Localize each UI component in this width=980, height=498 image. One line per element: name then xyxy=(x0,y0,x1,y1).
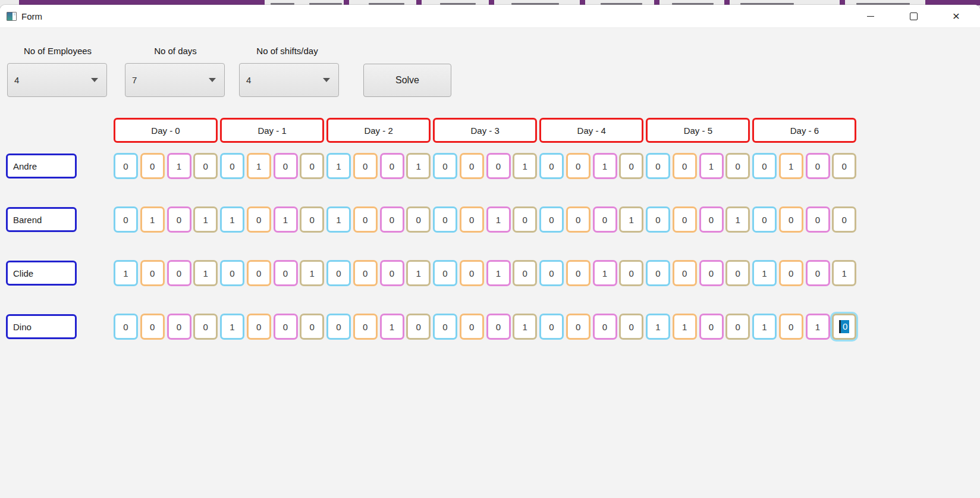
shift-cell[interactable]: 0 xyxy=(274,260,298,286)
shift-cell[interactable]: 1 xyxy=(832,260,856,286)
shift-cell[interactable]: 0 xyxy=(353,314,378,340)
shift-cell[interactable]: 1 xyxy=(220,206,244,233)
shift-cell[interactable]: 0 xyxy=(460,314,484,340)
shift-cell[interactable]: 0 xyxy=(114,206,138,233)
shift-cell[interactable]: 0 xyxy=(646,260,670,286)
shift-cell[interactable]: 1 xyxy=(247,153,271,179)
shift-cell[interactable]: 1 xyxy=(779,153,803,179)
shift-cell[interactable]: 0 xyxy=(220,260,244,286)
shift-cell[interactable]: 0 xyxy=(699,206,724,233)
shift-cell[interactable]: 0 xyxy=(619,260,643,286)
shift-cell[interactable]: 0 xyxy=(380,153,404,179)
shift-cell[interactable]: 0 xyxy=(513,206,537,233)
shift-cell[interactable]: 0 xyxy=(247,206,271,233)
shift-cell[interactable]: 0 xyxy=(406,314,431,340)
shift-cell[interactable]: 1 xyxy=(326,153,351,179)
shift-cell[interactable]: 0 xyxy=(593,206,617,233)
shift-cell[interactable]: 1 xyxy=(513,153,537,179)
shift-cell[interactable]: 0 xyxy=(460,153,484,179)
shift-cell[interactable]: 0 xyxy=(699,260,724,286)
shift-cell[interactable]: 0 xyxy=(380,260,404,286)
employee-name-input[interactable]: Barend xyxy=(6,207,77,232)
shift-cell[interactable]: 0 xyxy=(619,153,643,179)
shift-cell[interactable]: 0 xyxy=(619,314,643,340)
shift-cell[interactable]: 0 xyxy=(140,260,165,286)
shift-cell[interactable]: 0 xyxy=(353,206,378,233)
shift-cell[interactable]: 1 xyxy=(274,206,298,233)
shift-cell[interactable]: 0 xyxy=(673,206,697,233)
shift-cell[interactable]: 1 xyxy=(406,260,431,286)
shift-cell[interactable]: 1 xyxy=(752,260,777,286)
shift-cell[interactable]: 0 xyxy=(779,206,803,233)
shift-cell[interactable]: 0 xyxy=(566,206,590,233)
shift-cell[interactable]: 0 xyxy=(460,206,484,233)
shift-cell[interactable]: 1 xyxy=(752,314,777,340)
shift-cell[interactable]: 0 xyxy=(433,206,457,233)
shift-cell[interactable]: 0 xyxy=(247,260,271,286)
shift-cell[interactable]: 0 xyxy=(513,260,537,286)
shift-cell[interactable]: 1 xyxy=(486,206,511,233)
shift-cell[interactable]: 1 xyxy=(300,260,324,286)
shift-cell[interactable]: 0 xyxy=(193,153,218,179)
shift-cell[interactable]: 1 xyxy=(193,206,218,233)
shift-cell[interactable]: 0 xyxy=(832,314,856,340)
shift-cell[interactable]: 0 xyxy=(433,314,457,340)
shift-cell[interactable]: 0 xyxy=(460,260,484,286)
shift-cell[interactable]: 0 xyxy=(300,153,324,179)
shift-cell[interactable]: 0 xyxy=(114,314,138,340)
shift-cell[interactable]: 0 xyxy=(779,314,803,340)
shift-cell[interactable]: 0 xyxy=(646,206,670,233)
shift-cell[interactable]: 0 xyxy=(725,260,750,286)
shift-cell[interactable]: 0 xyxy=(140,153,165,179)
shift-cell[interactable]: 1 xyxy=(486,260,511,286)
shift-cell[interactable]: 1 xyxy=(699,153,724,179)
shift-cell[interactable]: 0 xyxy=(646,153,670,179)
shift-cell[interactable]: 0 xyxy=(274,314,298,340)
shift-cell[interactable]: 0 xyxy=(806,206,830,233)
shift-cell[interactable]: 1 xyxy=(673,314,697,340)
shift-cell[interactable]: 0 xyxy=(167,260,191,286)
employee-name-input[interactable]: Clide xyxy=(6,261,77,286)
shift-cell[interactable]: 0 xyxy=(140,314,165,340)
shift-cell[interactable]: 0 xyxy=(433,153,457,179)
shift-cell[interactable]: 0 xyxy=(486,314,511,340)
shift-cell[interactable]: 1 xyxy=(326,206,351,233)
shift-cell[interactable]: 0 xyxy=(539,153,564,179)
shift-cell[interactable]: 0 xyxy=(832,153,856,179)
shift-cell[interactable]: 0 xyxy=(566,260,590,286)
shift-cell[interactable]: 0 xyxy=(539,260,564,286)
shift-cell[interactable]: 0 xyxy=(326,314,351,340)
employee-name-input[interactable]: Dino xyxy=(6,314,77,339)
shift-cell[interactable]: 0 xyxy=(326,260,351,286)
shift-cell[interactable]: 0 xyxy=(433,260,457,286)
shift-cell[interactable]: 0 xyxy=(673,153,697,179)
shift-cell[interactable]: 0 xyxy=(699,314,724,340)
shift-cell[interactable]: 0 xyxy=(806,260,830,286)
shift-cell[interactable]: 0 xyxy=(353,260,378,286)
shift-cell[interactable]: 0 xyxy=(725,153,750,179)
shift-cell[interactable]: 0 xyxy=(114,153,138,179)
shift-cell[interactable]: 1 xyxy=(193,260,218,286)
shift-cell[interactable]: 0 xyxy=(486,153,511,179)
shift-cell[interactable]: 1 xyxy=(593,260,617,286)
shift-cell[interactable]: 0 xyxy=(220,153,244,179)
shift-cell[interactable]: 0 xyxy=(752,153,777,179)
shift-cell[interactable]: 0 xyxy=(406,206,431,233)
employee-name-input[interactable]: Andre xyxy=(6,154,77,178)
shift-cell[interactable]: 1 xyxy=(513,314,537,340)
shift-cell[interactable]: 1 xyxy=(167,153,191,179)
shift-cell[interactable]: 0 xyxy=(167,314,191,340)
shift-cell[interactable]: 1 xyxy=(646,314,670,340)
shift-cell[interactable]: 1 xyxy=(725,206,750,233)
shift-cell[interactable]: 1 xyxy=(593,153,617,179)
shift-cell[interactable]: 0 xyxy=(673,260,697,286)
shift-cell[interactable]: 0 xyxy=(167,206,191,233)
shift-cell[interactable]: 1 xyxy=(406,153,431,179)
shift-cell[interactable]: 0 xyxy=(806,153,830,179)
shift-cell[interactable]: 1 xyxy=(380,314,404,340)
shift-cell[interactable]: 0 xyxy=(300,206,324,233)
shift-cell[interactable]: 0 xyxy=(832,206,856,233)
shift-cell[interactable]: 0 xyxy=(725,314,750,340)
shift-cell[interactable]: 0 xyxy=(752,206,777,233)
shift-cell[interactable]: 1 xyxy=(220,314,244,340)
